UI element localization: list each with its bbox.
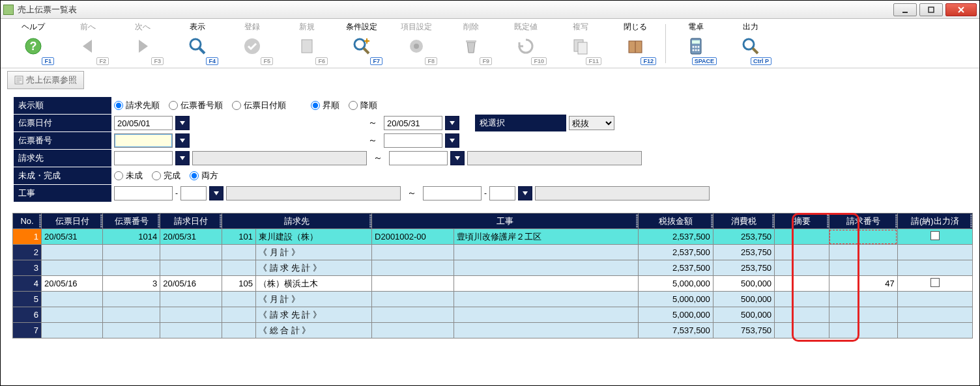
table-row[interactable]: 420/05/16320/05/16105（株）横浜土木5,000,000500… xyxy=(13,276,973,292)
cell-slipno xyxy=(103,260,160,276)
grid-header-cell[interactable]: 税抜金額 xyxy=(638,214,713,229)
project-to-code[interactable] xyxy=(423,186,482,200)
slipno-to-input[interactable] xyxy=(384,133,442,148)
cell-billto: 東川建設（株） xyxy=(255,229,371,245)
order-option[interactable]: 伝票番号順 xyxy=(169,100,223,111)
toolbar-key: F3 xyxy=(151,57,164,65)
cell-billdate xyxy=(160,245,222,260)
order-option[interactable]: 伝票日付順 xyxy=(232,100,286,111)
close-window-button[interactable] xyxy=(945,3,977,16)
printed-checkbox[interactable] xyxy=(930,231,940,240)
minimize-button[interactable] xyxy=(893,3,917,16)
table-row[interactable]: 7《 総 合 計 》7,537,500753,750 xyxy=(13,323,973,338)
toolbar-prev: 前へF2 xyxy=(61,20,115,67)
toolbar-copy: 複写F11 xyxy=(553,20,608,67)
toolbar-key: F4 xyxy=(206,57,218,65)
billto-from-picker[interactable] xyxy=(175,151,190,165)
toolbar-key: F8 xyxy=(425,57,437,65)
svg-point-19 xyxy=(693,49,695,51)
data-grid[interactable]: No.伝票日付伝票番号請求日付請求先工事税抜金額消費税摘要請求番号請(納)出力済… xyxy=(12,213,973,338)
toolbar-label: 出力 xyxy=(723,21,778,33)
toolbar-label: 閉じる xyxy=(608,21,663,33)
grid-header-cell[interactable]: 工事 xyxy=(372,214,639,229)
project-to-name xyxy=(535,186,710,200)
status-option[interactable]: 両方 xyxy=(190,170,218,182)
window-title: 売上伝票一覧表 xyxy=(18,4,77,16)
row-number: 4 xyxy=(13,276,42,292)
svg-point-20 xyxy=(695,49,697,51)
slip-reference-button[interactable]: 売上伝票参照 xyxy=(7,71,84,89)
status-radio[interactable] xyxy=(114,171,123,180)
billto-label: 請求先 xyxy=(14,150,111,167)
project-from-picker[interactable] xyxy=(209,186,223,200)
slipno-from-picker[interactable] xyxy=(175,133,190,148)
cell-slipno: 3 xyxy=(103,276,160,292)
toolbar-calc[interactable]: 電卓SPACE xyxy=(669,20,723,67)
order-radio[interactable] xyxy=(232,101,241,110)
cell-slipno xyxy=(103,245,160,260)
grid-header-cell[interactable]: No. xyxy=(13,214,42,229)
toolbar-help[interactable]: ヘルプ?F1 xyxy=(6,20,61,67)
grid-header-cell[interactable]: 請求番号 xyxy=(829,214,897,229)
table-row[interactable]: 6《 請 求 先 計 》5,000,000500,000 xyxy=(13,307,973,323)
project-from-code[interactable] xyxy=(114,186,173,200)
cell-billto: 《 請 求 先 計 》 xyxy=(255,307,371,323)
toolbar-label: 登録 xyxy=(225,21,280,33)
cell-billdate: 20/05/16 xyxy=(160,276,222,292)
cell-billto: 《 月 計 》 xyxy=(255,292,371,307)
table-row[interactable]: 120/05/31101420/05/31101東川建設（株）D2001002-… xyxy=(13,229,973,245)
date-to-picker[interactable] xyxy=(445,116,459,130)
status-option[interactable]: 未成 xyxy=(114,170,143,182)
grid-header-cell[interactable]: 請(納)出力済 xyxy=(897,214,972,229)
toolbar-cond[interactable]: 条件設定F7 xyxy=(334,20,389,67)
table-row[interactable]: 3《 請 求 先 計 》2,537,500253,750 xyxy=(13,260,973,276)
toolbar-close[interactable]: 閉じるF12 xyxy=(608,20,663,67)
project-to-sub[interactable] xyxy=(489,186,515,200)
grid-header-cell[interactable]: 伝票日付 xyxy=(42,214,103,229)
row-number: 1 xyxy=(13,229,42,245)
billto-to-picker[interactable] xyxy=(450,151,465,165)
slipno-from-input[interactable] xyxy=(114,133,173,148)
slipno-to-picker[interactable] xyxy=(445,133,459,148)
maximize-button[interactable] xyxy=(919,3,943,16)
tax-select[interactable]: 税抜 xyxy=(569,116,614,130)
billto-from-code[interactable] xyxy=(114,151,173,165)
direction-option[interactable]: 降順 xyxy=(349,100,377,111)
direction-radio[interactable] xyxy=(349,101,358,110)
toolbar-trash: 削除F9 xyxy=(444,20,498,67)
grid-header-cell[interactable]: 請求先 xyxy=(222,214,371,229)
status-radio[interactable] xyxy=(152,171,161,180)
table-row[interactable]: 2《 月 計 》2,537,500253,750 xyxy=(13,245,973,260)
status-option[interactable]: 完成 xyxy=(152,170,180,182)
project-to-picker[interactable] xyxy=(518,186,532,200)
toolbar-print[interactable]: 出力Ctrl P xyxy=(723,20,778,67)
printed-checkbox[interactable] xyxy=(930,278,940,287)
order-option[interactable]: 請求先順 xyxy=(114,100,160,111)
project-from-sub[interactable] xyxy=(180,186,207,200)
cell-tax: 253,750 xyxy=(713,229,774,245)
date-to-input[interactable] xyxy=(384,116,442,130)
svg-point-4 xyxy=(190,39,201,49)
cell-amount: 5,000,000 xyxy=(638,276,713,292)
toolbar-label: 前へ xyxy=(61,21,115,33)
cell-printed xyxy=(897,323,972,338)
date-from-picker[interactable] xyxy=(175,116,190,130)
billto-from-name xyxy=(192,151,367,165)
status-radio[interactable] xyxy=(190,171,199,180)
direction-radio[interactable] xyxy=(311,101,320,110)
copy-icon xyxy=(553,34,608,59)
toolbar-key: F6 xyxy=(315,57,328,65)
date-from-input[interactable] xyxy=(114,116,173,130)
billto-to-code[interactable] xyxy=(389,151,448,165)
direction-option[interactable]: 昇順 xyxy=(311,100,339,111)
grid-header-cell[interactable]: 伝票番号 xyxy=(103,214,160,229)
svg-point-16 xyxy=(693,46,695,48)
order-radio[interactable] xyxy=(114,101,123,110)
grid-header-cell[interactable]: 消費税 xyxy=(713,214,774,229)
order-radio[interactable] xyxy=(169,101,178,110)
grid-header-cell[interactable]: 請求日付 xyxy=(160,214,222,229)
grid-header-cell[interactable]: 摘要 xyxy=(775,214,829,229)
toolbar-search[interactable]: 表示F4 xyxy=(170,20,225,67)
table-row[interactable]: 5《 月 計 》5,000,000500,000 xyxy=(13,292,973,307)
cell-billno xyxy=(829,229,897,245)
